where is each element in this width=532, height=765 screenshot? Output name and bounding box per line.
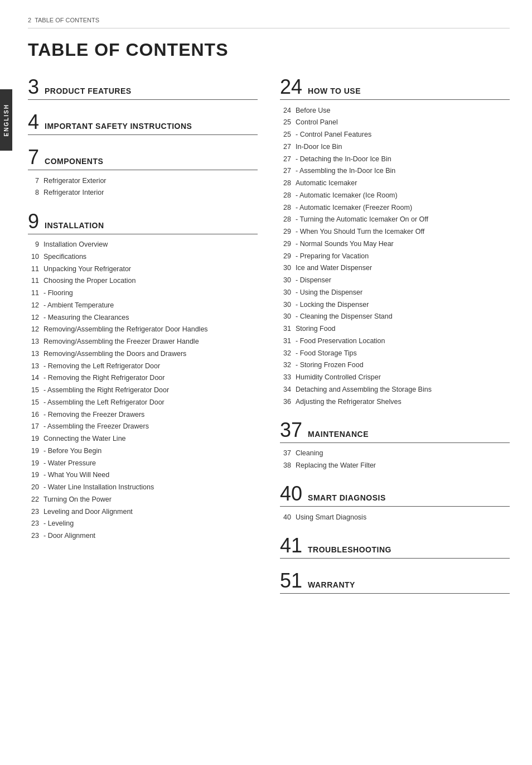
toc-entry-page: 13 bbox=[28, 349, 39, 359]
toc-entry: 11Choosing the Proper Location bbox=[28, 275, 258, 287]
toc-entry-page: 32 bbox=[280, 348, 291, 359]
toc-entry: 29- When You Should Turn the Icemaker Of… bbox=[280, 226, 510, 238]
toc-entry: 27In-Door Ice Bin bbox=[280, 141, 510, 153]
toc-entry: 30- Cleaning the Dispenser Stand bbox=[280, 311, 510, 323]
toc-entry-text: - Assembling the Right Refrigerator Door bbox=[43, 385, 258, 396]
toc-entry: 23- Leveling bbox=[28, 518, 258, 530]
toc-entry-page: 20 bbox=[28, 482, 39, 493]
section-number: 3 bbox=[28, 77, 39, 97]
section-9: 9INSTALLATION9Installation Overview10Spe… bbox=[28, 211, 258, 542]
toc-entry-page: 29 bbox=[280, 227, 291, 237]
toc-entry-text: - Automatic Icemaker (Ice Room) bbox=[296, 190, 510, 201]
toc-entry-text: - Assembling the In-Door Ice Bin bbox=[296, 166, 510, 176]
toc-entry-page: 28 bbox=[280, 178, 291, 189]
toc-entry-page: 32 bbox=[280, 360, 291, 371]
breadcrumb: 2 TABLE OF CONTENTS bbox=[28, 17, 510, 28]
toc-entry: 30- Using the Dispenser bbox=[280, 286, 510, 299]
toc-entry-text: - Food Storage Tips bbox=[296, 348, 510, 359]
toc-entry-page: 17 bbox=[28, 421, 39, 432]
toc-entry: 32- Food Storage Tips bbox=[280, 347, 510, 359]
toc-entry: 19- Water Pressure bbox=[28, 457, 258, 469]
toc-entry-page: 7 bbox=[28, 176, 39, 186]
toc-entry: 31- Food Preservation Location bbox=[280, 335, 510, 347]
toc-entry: 28- Automatic Icemaker (Freezer Room) bbox=[280, 201, 510, 214]
section-title: WARRANTY bbox=[308, 580, 355, 589]
toc-entry-page: 28 bbox=[280, 203, 291, 213]
section-7: 7COMPONENTS7Refrigerator Exterior8Refrig… bbox=[28, 147, 258, 199]
toc-entry: 22Turning On the Power bbox=[28, 493, 258, 506]
toc-entry-text: In-Door Ice Bin bbox=[296, 142, 510, 152]
toc-entry: 28- Turning the Automatic Icemaker On or… bbox=[280, 214, 510, 226]
section-title: PRODUCT FEATURES bbox=[45, 86, 132, 95]
section-title: HOW TO USE bbox=[308, 86, 361, 95]
breadcrumb-page: 2 bbox=[28, 17, 31, 23]
toc-entry-page: 27 bbox=[280, 166, 291, 176]
toc-entry-page: 33 bbox=[280, 372, 291, 383]
toc-entry-text: Replacing the Water Filter bbox=[296, 460, 510, 471]
toc-columns: 3PRODUCT FEATURES4IMPORTANT SAFETY INSTR… bbox=[28, 77, 510, 606]
toc-entry: 19- Before You Begin bbox=[28, 445, 258, 457]
toc-entry-page: 28 bbox=[280, 214, 291, 225]
section-number: 41 bbox=[280, 536, 302, 556]
section-title: MAINTENANCE bbox=[308, 430, 369, 439]
toc-entry: 37Cleaning bbox=[280, 448, 510, 460]
section-header: 24HOW TO USE bbox=[280, 77, 510, 100]
toc-entry-page: 31 bbox=[280, 324, 291, 334]
toc-entry-text: - Water Pressure bbox=[43, 458, 258, 469]
toc-entry: 11- Flooring bbox=[28, 287, 258, 300]
toc-entry-page: 16 bbox=[28, 410, 39, 420]
toc-entry-page: 19 bbox=[28, 434, 39, 444]
section-title: INSTALLATION bbox=[45, 221, 104, 230]
toc-entry: 32- Storing Frozen Food bbox=[280, 359, 510, 372]
toc-entry: 24Before Use bbox=[280, 104, 510, 117]
toc-entry-text: - Removing the Freezer Drawers bbox=[43, 410, 258, 420]
breadcrumb-label: TABLE OF CONTENTS bbox=[35, 17, 99, 23]
section-header: 37MAINTENANCE bbox=[280, 420, 510, 443]
toc-entry-page: 30 bbox=[280, 263, 291, 273]
toc-entry-page: 29 bbox=[280, 251, 291, 262]
toc-entry-page: 27 bbox=[280, 154, 291, 165]
toc-entry-text: Turning On the Power bbox=[43, 494, 258, 505]
toc-entry-text: - Control Panel Features bbox=[296, 129, 510, 140]
toc-entry: 12Removing/Assembling the Refrigerator D… bbox=[28, 324, 258, 336]
section-title: TROUBLESHOOTING bbox=[308, 545, 391, 554]
section-header: 7COMPONENTS bbox=[28, 147, 258, 170]
toc-entry-text: - Door Alignment bbox=[43, 531, 258, 541]
toc-entry-page: 29 bbox=[280, 239, 291, 249]
toc-entry-text: - Using the Dispenser bbox=[296, 287, 510, 298]
toc-entry-page: 30 bbox=[280, 287, 291, 298]
section-header: 9INSTALLATION bbox=[28, 211, 258, 234]
toc-entry-page: 11 bbox=[28, 264, 39, 275]
toc-entry-page: 34 bbox=[280, 384, 291, 395]
toc-entry-text: - Normal Sounds You May Hear bbox=[296, 239, 510, 249]
toc-entry: 40Using Smart Diagnosis bbox=[280, 511, 510, 523]
toc-entry: 8Refrigerator Interior bbox=[28, 187, 258, 199]
section-title: IMPORTANT SAFETY INSTRUCTIONS bbox=[45, 122, 192, 131]
section-header: 4IMPORTANT SAFETY INSTRUCTIONS bbox=[28, 112, 258, 135]
toc-entry-page: 24 bbox=[280, 105, 291, 116]
toc-entry: 15- Assembling the Left Refrigerator Doo… bbox=[28, 396, 258, 408]
toc-entry: 30- Locking the Dispenser bbox=[280, 299, 510, 311]
toc-entry: 11Unpacking Your Refrigerator bbox=[28, 263, 258, 275]
toc-entry-page: 12 bbox=[28, 300, 39, 311]
section-24: 24HOW TO USE24Before Use25Control Panel2… bbox=[280, 77, 510, 408]
toc-entry-page: 23 bbox=[28, 507, 39, 517]
toc-entry-text: Adjusting the Refrigerator Shelves bbox=[296, 397, 510, 407]
toc-entry: 12- Measuring the Clearances bbox=[28, 311, 258, 324]
toc-entry-text: - Food Preservation Location bbox=[296, 336, 510, 347]
toc-entry-text: Humidity Controlled Crisper bbox=[296, 372, 510, 383]
toc-entry-page: 19 bbox=[28, 458, 39, 469]
toc-entry: 25- Control Panel Features bbox=[280, 129, 510, 141]
toc-entry: 13Removing/Assembling the Doors and Draw… bbox=[28, 348, 258, 360]
toc-entry: 25Control Panel bbox=[280, 117, 510, 129]
toc-entry-page: 25 bbox=[280, 117, 291, 128]
toc-entry: 20- Water Line Installation Instructions bbox=[28, 482, 258, 494]
toc-entry-page: 36 bbox=[280, 397, 291, 407]
toc-entry: 30Ice and Water Dispenser bbox=[280, 262, 510, 275]
toc-entry-page: 25 bbox=[280, 129, 291, 140]
section-header: 51WARRANTY bbox=[280, 571, 510, 594]
section-number: 9 bbox=[28, 211, 39, 232]
toc-entry-text: Control Panel bbox=[296, 117, 510, 128]
section-title: COMPONENTS bbox=[45, 157, 103, 166]
toc-entry-text: Removing/Assembling the Refrigerator Doo… bbox=[43, 324, 258, 335]
